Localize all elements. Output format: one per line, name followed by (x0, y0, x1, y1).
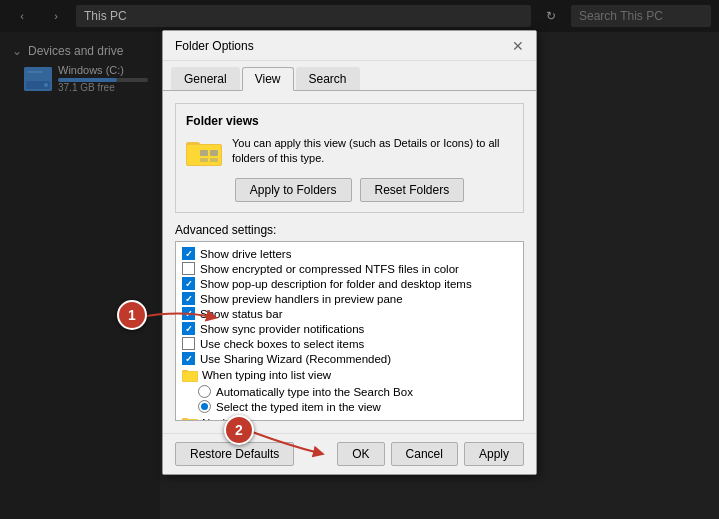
folder-group-icon (182, 368, 198, 382)
dialog-footer: Restore Defaults OK Cancel Apply (163, 433, 536, 474)
setting-label: Show preview handlers in preview pane (200, 293, 403, 305)
folder-icon (186, 136, 222, 168)
setting-label: Select the typed item in the view (216, 401, 381, 413)
svg-rect-9 (200, 158, 208, 162)
reset-folders-button[interactable]: Reset Folders (360, 178, 465, 202)
setting-label: Show status bar (200, 308, 282, 320)
apply-button[interactable]: Apply (464, 442, 524, 466)
svg-rect-10 (210, 158, 218, 162)
dialog-titlebar: Folder Options ✕ (163, 31, 536, 61)
folder-group-typing: When typing into list view (176, 366, 523, 384)
advanced-settings-title: Advanced settings: (175, 223, 524, 237)
setting-label: Show encrypted or compressed NTFS files … (200, 263, 459, 275)
list-item[interactable]: Show drive letters (176, 246, 523, 261)
setting-label: Show pop-up description for folder and d… (200, 278, 472, 290)
dialog-tabs: General View Search (163, 61, 536, 91)
annotation-1: 1 (117, 300, 147, 330)
checkbox-encrypted[interactable] (182, 262, 195, 275)
dialog-title: Folder Options (175, 39, 254, 53)
setting-label: Use check boxes to select items (200, 338, 364, 350)
svg-rect-7 (200, 150, 208, 156)
folder-views-description: You can apply this view (such as Details… (232, 136, 513, 167)
checkbox-sync[interactable] (182, 322, 195, 335)
checkbox-checkboxes[interactable] (182, 337, 195, 350)
cancel-button[interactable]: Cancel (391, 442, 458, 466)
annotation-2: 2 (224, 415, 254, 445)
list-item[interactable]: Show status bar (176, 306, 523, 321)
list-item[interactable]: Select the typed item in the view (176, 399, 523, 414)
list-item[interactable]: Use check boxes to select items (176, 336, 523, 351)
folder-group-label: When typing into list view (202, 369, 331, 381)
close-button[interactable]: ✕ (508, 36, 528, 56)
folder-views-buttons: Apply to Folders Reset Folders (186, 178, 513, 202)
apply-to-folders-button[interactable]: Apply to Folders (235, 178, 352, 202)
list-item[interactable]: Use Sharing Wizard (Recommended) (176, 351, 523, 366)
checkbox-drive-letters[interactable] (182, 247, 195, 260)
svg-rect-13 (183, 372, 198, 382)
list-item[interactable]: Automatically type into the Search Box (176, 384, 523, 399)
settings-list[interactable]: Show drive letters Show encrypted or com… (175, 241, 524, 421)
list-item[interactable]: Show sync provider notifications (176, 321, 523, 336)
folder-views-section: Folder views You can apply this view (su… (175, 103, 524, 213)
tab-search[interactable]: Search (296, 67, 360, 90)
list-item[interactable]: Show preview handlers in preview pane (176, 291, 523, 306)
checkbox-popup[interactable] (182, 277, 195, 290)
checkbox-statusbar[interactable] (182, 307, 195, 320)
folder-views-title: Folder views (186, 114, 513, 128)
svg-rect-8 (210, 150, 218, 156)
tab-view[interactable]: View (242, 67, 294, 91)
radio-select-item[interactable] (198, 400, 211, 413)
list-item[interactable]: Show pop-up description for folder and d… (176, 276, 523, 291)
dialog-body: Folder views You can apply this view (su… (163, 91, 536, 433)
list-item[interactable]: Show encrypted or compressed NTFS files … (176, 261, 523, 276)
ok-button[interactable]: OK (337, 442, 384, 466)
checkbox-preview[interactable] (182, 292, 195, 305)
restore-defaults-button[interactable]: Restore Defaults (175, 442, 294, 466)
setting-label: Automatically type into the Search Box (216, 386, 413, 398)
radio-auto-type[interactable] (198, 385, 211, 398)
folder-nav-icon (182, 416, 198, 421)
svg-rect-16 (183, 420, 198, 422)
setting-label: Use Sharing Wizard (Recommended) (200, 353, 391, 365)
setting-label: Show sync provider notifications (200, 323, 364, 335)
checkbox-sharing-wizard[interactable] (182, 352, 195, 365)
tab-general[interactable]: General (171, 67, 240, 90)
setting-label: Show drive letters (200, 248, 291, 260)
folder-views-content: You can apply this view (such as Details… (186, 136, 513, 168)
folder-options-dialog: Folder Options ✕ General View Search Fol… (162, 30, 537, 475)
